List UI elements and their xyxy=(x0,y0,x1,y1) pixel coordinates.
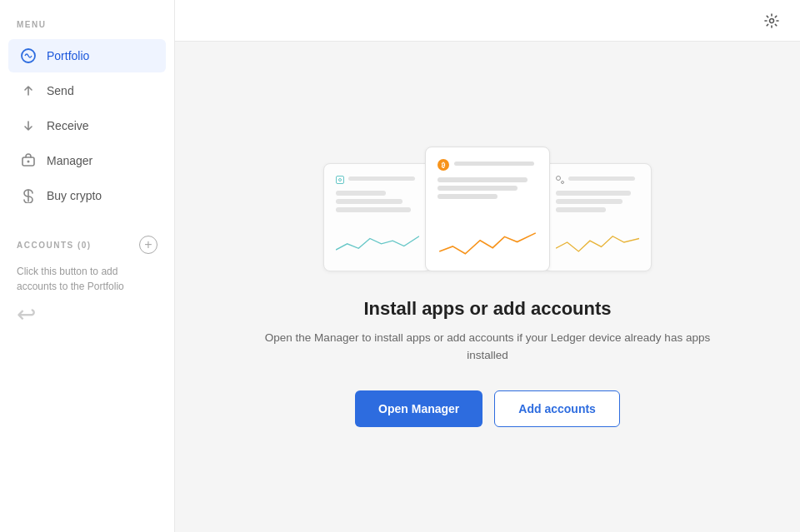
cards-preview: ₿ xyxy=(323,147,652,271)
sidebar-item-portfolio-label: Portfolio xyxy=(47,49,89,62)
accounts-hint: Click this button to add accounts to the… xyxy=(17,264,158,294)
portfolio-icon xyxy=(20,47,37,64)
main-content: ₿ xyxy=(175,42,800,532)
open-manager-button[interactable]: Open Manager xyxy=(355,390,482,427)
sidebar-nav: Portfolio Send Receive xyxy=(0,39,174,212)
svg-point-3 xyxy=(770,18,774,22)
sparkline-right xyxy=(556,226,639,259)
sparkline-left xyxy=(336,226,419,259)
action-buttons: Open Manager Add accounts xyxy=(355,390,620,427)
buy-crypto-icon xyxy=(20,187,37,204)
accounts-label: ACCOUNTS (0) xyxy=(17,241,92,250)
bitcoin-icon: ₿ xyxy=(438,159,449,171)
sidebar-item-manager-label: Manager xyxy=(47,154,92,167)
install-description: Open the Manager to install apps or add … xyxy=(254,330,721,364)
sidebar: MENU Portfolio Send xyxy=(0,0,175,532)
add-account-button[interactable]: + xyxy=(139,236,158,254)
card-preview-left xyxy=(323,163,432,271)
card-preview-right xyxy=(543,163,652,271)
sidebar-item-send-label: Send xyxy=(47,84,74,97)
sidebar-item-send[interactable]: Send xyxy=(8,74,166,107)
main-area: ₿ xyxy=(175,0,800,532)
sparkline-center xyxy=(438,226,538,259)
sidebar-item-buy-crypto-label: Buy crypto xyxy=(47,189,102,202)
accounts-section: ACCOUNTS (0) + Click this button to add … xyxy=(0,236,174,328)
accounts-header: ACCOUNTS (0) + xyxy=(17,236,158,254)
manager-icon xyxy=(20,152,37,169)
install-title: Install apps or add accounts xyxy=(363,298,611,320)
sidebar-item-receive[interactable]: Receive xyxy=(8,109,166,142)
sidebar-item-receive-label: Receive xyxy=(47,119,89,132)
main-header xyxy=(175,0,800,42)
add-accounts-button[interactable]: Add accounts xyxy=(494,390,620,427)
gear-icon xyxy=(763,12,780,29)
sidebar-item-portfolio[interactable]: Portfolio xyxy=(8,39,166,72)
sidebar-item-manager[interactable]: Manager xyxy=(8,144,166,177)
sidebar-item-buy-crypto[interactable]: Buy crypto xyxy=(8,179,166,212)
settings-button[interactable] xyxy=(760,9,783,32)
receive-icon xyxy=(20,117,37,134)
send-icon xyxy=(20,82,37,99)
card-preview-center: ₿ xyxy=(425,147,550,271)
arrow-hint-icon: ↩ xyxy=(17,301,158,328)
menu-label: MENU xyxy=(0,0,174,39)
svg-point-2 xyxy=(28,161,30,163)
